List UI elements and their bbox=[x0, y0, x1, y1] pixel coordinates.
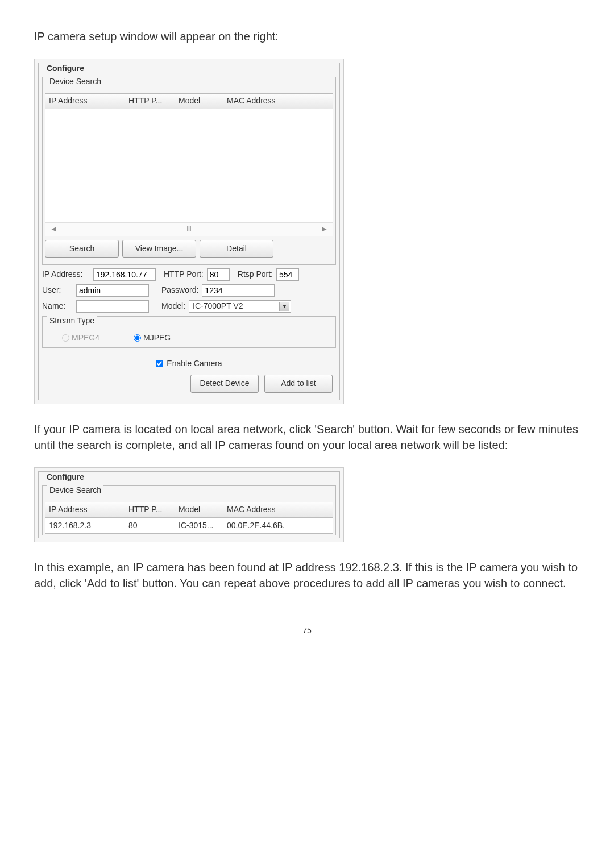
device-search-legend: Device Search bbox=[47, 76, 103, 88]
example-paragraph: In this example, an IP camera has been f… bbox=[34, 559, 580, 591]
rtsp-port-field[interactable] bbox=[276, 268, 299, 281]
enable-camera-label: Enable Camera bbox=[167, 358, 222, 369]
user-field[interactable] bbox=[76, 284, 149, 297]
mjpeg-radio[interactable]: MJPEG bbox=[134, 333, 171, 344]
device-search-buttons: Search View Image... Detail bbox=[45, 240, 333, 258]
chevron-down-icon[interactable]: ▼ bbox=[279, 302, 289, 311]
password-field[interactable] bbox=[202, 284, 275, 297]
configure-dialog-1: Configure Device Search IP Address HTTP … bbox=[34, 59, 344, 404]
detect-device-button[interactable]: Detect Device bbox=[190, 375, 259, 393]
page-number: 75 bbox=[34, 625, 580, 637]
name-label: Name: bbox=[42, 301, 73, 312]
configure-legend: Configure bbox=[44, 63, 86, 74]
user-label: User: bbox=[42, 285, 73, 296]
configure-fieldset: Configure Device Search IP Address HTTP … bbox=[38, 63, 340, 400]
ip-address-row: IP Address: HTTP Port: Rtsp Port: bbox=[42, 268, 336, 281]
scroll-thumb-icon[interactable]: Ⅲ bbox=[186, 224, 192, 234]
col-mac-address[interactable]: MAC Address bbox=[223, 94, 333, 109]
configure-fieldset-2: Configure Device Search IP Address HTTP … bbox=[38, 471, 340, 538]
device-search-fieldset: Device Search IP Address HTTP P... Model… bbox=[42, 77, 336, 265]
col-http-port[interactable]: HTTP P... bbox=[125, 94, 175, 109]
col-mac-address-2[interactable]: MAC Address bbox=[223, 502, 333, 517]
bottom-button-row: Detect Device Add to list bbox=[45, 375, 333, 393]
scroll-left-icon[interactable]: ◄ bbox=[50, 224, 57, 234]
device-table-header: IP Address HTTP P... Model MAC Address bbox=[45, 93, 333, 109]
device-search-legend-2: Device Search bbox=[47, 485, 103, 496]
password-label: Password: bbox=[161, 285, 198, 296]
device-search-fieldset-2: Device Search IP Address HTTP P... Model… bbox=[42, 485, 336, 535]
stream-type-fieldset: Stream Type MPEG4 MJPEG bbox=[42, 316, 336, 348]
col-model[interactable]: Model bbox=[175, 94, 223, 109]
col-ip-address-2[interactable]: IP Address bbox=[45, 502, 125, 517]
row-mac-cell: 00.0E.2E.44.6B. bbox=[223, 519, 333, 533]
search-button[interactable]: Search bbox=[45, 240, 119, 258]
http-port-label: HTTP Port: bbox=[164, 269, 204, 280]
device-table-body-2: 192.168.2.3 80 IC-3015... 00.0E.2E.44.6B… bbox=[45, 518, 333, 534]
configure-dialog-2: Configure Device Search IP Address HTTP … bbox=[34, 467, 344, 542]
table-row[interactable]: 192.168.2.3 80 IC-3015... 00.0E.2E.44.6B… bbox=[45, 518, 333, 534]
mpeg4-radio-label: MPEG4 bbox=[72, 333, 99, 344]
user-row: User: Password: bbox=[42, 284, 336, 297]
device-table-body-empty: ◄ Ⅲ ► bbox=[45, 109, 333, 236]
mjpeg-radio-label: MJPEG bbox=[143, 333, 171, 344]
enable-camera-checkbox[interactable] bbox=[156, 360, 163, 367]
row-http-cell: 80 bbox=[125, 519, 175, 533]
view-image-button[interactable]: View Image... bbox=[122, 240, 196, 258]
row-model-cell: IC-3015... bbox=[175, 519, 223, 533]
device-table-header-2: IP Address HTTP P... Model MAC Address bbox=[45, 502, 333, 518]
search-explanation-paragraph: If your IP camera is located on local ar… bbox=[34, 421, 580, 453]
col-http-port-2[interactable]: HTTP P... bbox=[125, 502, 175, 517]
model-select-value: IC-7000PT V2 bbox=[190, 301, 243, 312]
name-row: Name: Model: IC-7000PT V2 ▼ bbox=[42, 300, 336, 313]
ip-address-field[interactable] bbox=[93, 268, 156, 281]
configure-legend-2: Configure bbox=[44, 472, 86, 483]
name-field[interactable] bbox=[76, 300, 149, 313]
scroll-right-icon[interactable]: ► bbox=[321, 224, 328, 234]
mjpeg-radio-input[interactable] bbox=[134, 334, 141, 342]
intro-paragraph: IP camera setup window will appear on th… bbox=[34, 28, 580, 44]
stream-type-radios: MPEG4 MJPEG bbox=[45, 333, 333, 344]
enable-camera-row: Enable Camera bbox=[42, 358, 336, 369]
http-port-field[interactable] bbox=[207, 268, 230, 281]
mpeg4-radio-input[interactable] bbox=[62, 334, 69, 342]
stream-type-legend: Stream Type bbox=[47, 315, 97, 327]
col-model-2[interactable]: Model bbox=[175, 502, 223, 517]
row-ip-cell: 192.168.2.3 bbox=[45, 519, 125, 533]
ip-address-label: IP Address: bbox=[42, 269, 90, 280]
detail-button[interactable]: Detail bbox=[200, 240, 273, 258]
scrollbar-horizontal[interactable]: ◄ Ⅲ ► bbox=[45, 222, 333, 235]
add-to-list-button[interactable]: Add to list bbox=[264, 375, 333, 393]
rtsp-port-label: Rtsp Port: bbox=[238, 269, 273, 280]
col-ip-address[interactable]: IP Address bbox=[45, 94, 125, 109]
model-select[interactable]: IC-7000PT V2 ▼ bbox=[189, 300, 291, 313]
model-label: Model: bbox=[161, 301, 185, 312]
mpeg4-radio[interactable]: MPEG4 bbox=[62, 333, 99, 344]
